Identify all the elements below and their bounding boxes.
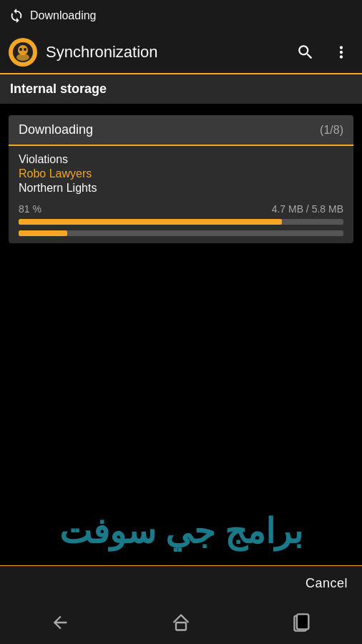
more-vert-icon: [332, 43, 351, 62]
progress-percent: 81 %: [19, 203, 41, 215]
svg-point-1: [18, 45, 28, 55]
cancel-button[interactable]: Cancel: [305, 576, 348, 591]
card-header: Downloading (1/8): [9, 115, 353, 146]
main-progress-bar: [19, 219, 343, 225]
home-icon: [171, 613, 191, 633]
more-options-button[interactable]: [329, 40, 353, 64]
nav-bar: [0, 601, 362, 644]
file-artist: Robo Lawyers: [19, 167, 343, 180]
svg-point-4: [24, 48, 26, 51]
progress-size: 4.7 MB / 5.8 MB: [272, 203, 343, 215]
card-body: Violations Robo Lawyers Northern Lights …: [9, 146, 353, 243]
toolbar: Synchronization: [0, 31, 362, 74]
section-header: Internal storage: [0, 74, 362, 104]
file-album: Northern Lights: [19, 182, 343, 195]
progress-info: 81 % 4.7 MB / 5.8 MB: [19, 203, 343, 215]
recents-button[interactable]: [292, 613, 312, 633]
home-button[interactable]: [171, 613, 191, 633]
search-button[interactable]: [293, 40, 318, 64]
svg-rect-7: [297, 614, 308, 629]
sync-icon: [9, 8, 24, 24]
status-bar: Downloading: [0, 0, 362, 31]
secondary-progress-bar: [19, 230, 343, 236]
svg-rect-5: [176, 623, 186, 630]
app-title: Synchronization: [46, 43, 293, 62]
back-button[interactable]: [50, 613, 70, 633]
file-name: Violations: [19, 153, 343, 166]
section-title: Internal storage: [10, 82, 107, 96]
status-text: Downloading: [30, 9, 97, 22]
card-count: (1/8): [320, 124, 343, 137]
toolbar-actions: [293, 40, 353, 64]
search-icon: [296, 43, 315, 62]
arabic-watermark: برامج جي سوفت: [0, 511, 362, 551]
app-logo-icon: [12, 42, 34, 63]
app-icon: [9, 38, 37, 67]
action-bar: Cancel: [0, 565, 362, 601]
recents-icon: [292, 613, 312, 633]
download-card: Downloading (1/8) Violations Robo Lawyer…: [9, 115, 353, 243]
card-title: Downloading: [19, 122, 93, 137]
main-progress-fill: [19, 219, 282, 225]
secondary-progress-fill: [19, 230, 67, 236]
svg-point-2: [16, 54, 29, 61]
svg-point-3: [19, 48, 22, 51]
back-icon: [50, 613, 70, 633]
